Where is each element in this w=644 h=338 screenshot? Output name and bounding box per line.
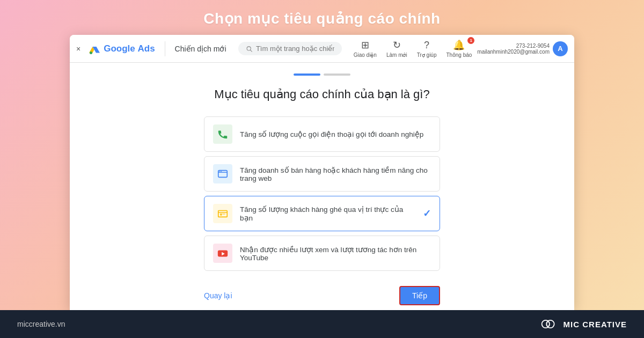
close-icon[interactable]: × [76,45,80,53]
youtube-icon-wrap [213,244,232,263]
avatar[interactable]: A [553,41,568,56]
thongbao-label: Thông báo [447,52,472,58]
web-icon [217,168,229,180]
google-ads-label: Google Ads [104,43,155,54]
toolbar-action-giaodien[interactable]: ⊞ Giao diện [354,39,377,58]
giaodien-label: Giao diện [354,52,377,58]
campaign-label: Chiến dịch mới [175,45,226,53]
youtube-icon [217,247,229,259]
progress-segment-2 [324,74,350,76]
bell-icon: 🔔 [453,39,465,51]
svg-point-0 [90,52,92,54]
page-title-area: Chọn mục tiêu quảng cáo chính [0,0,644,35]
toolbar-divider [165,41,165,56]
footer-brand: MIC CREATIVE [540,318,627,330]
option-youtube[interactable]: Nhận được nhiều lượt xem và lượt tương t… [204,236,440,271]
mic-creative-logo [540,318,559,330]
footer-brand-text: MIC CREATIVE [564,320,627,329]
browser-window: × Google Ads Chiến dịch mới ⊞ [70,35,574,310]
progress-bar [294,74,350,76]
main-content: Mục tiêu quảng cáo chính của bạn là gì? … [70,63,574,310]
web-icon-wrap [213,164,232,183]
option-youtube-text: Nhận được nhiều lượt xem và lượt tương t… [240,245,431,262]
option-web-text: Tăng doanh số bán hàng hoặc khách hàng t… [240,166,431,182]
option-location-check: ✓ [423,208,431,219]
notification-badge: 1 [467,37,474,44]
svg-rect-10 [222,214,225,215]
option-location-text: Tăng số lượng khách hàng ghé qua vị trí … [240,205,415,222]
user-info[interactable]: 273-212-9054 mailanhminh2020@gmail.com A [477,41,568,56]
option-phone-text: Tăng số lượng cuộc gọi điện thoại gọi tớ… [240,130,431,138]
trogiup-label: Trợ giúp [417,52,437,58]
svg-point-5 [219,171,221,172]
phone-icon [217,128,229,140]
lammoi-label: Làm mới [386,52,407,58]
location-icon [217,208,229,219]
question-title: Mục tiêu quảng cáo chính của bạn là gì? [214,87,429,101]
page-title: Chọn mục tiêu quảng cáo chính [0,10,644,27]
progress-segment-1 [294,74,320,76]
toolbar-action-lamm oi[interactable]: ↻ Làm mới [386,39,407,58]
google-ads-logo: Google Ads [88,42,155,55]
toolbar-action-trogiup[interactable]: ? Trợ giúp [417,40,437,58]
refresh-icon: ↻ [393,39,401,51]
user-email: mailanhminh2020@gmail.com [477,49,550,55]
back-button[interactable]: Quay lại [204,291,232,300]
toolbar: × Google Ads Chiến dịch mới ⊞ [70,35,574,63]
svg-line-2 [250,50,252,52]
location-icon-wrap [213,204,232,223]
footer-nav: Quay lại Tiếp [204,286,440,305]
svg-point-6 [221,171,222,172]
option-phone[interactable]: Tăng số lượng cuộc gọi điện thoại gọi tớ… [204,116,440,152]
option-location[interactable]: Tăng số lượng khách hàng ghé qua vị trí … [204,196,440,231]
footer-domain: miccreative.vn [17,320,65,328]
user-email-block: 273-212-9054 mailanhminh2020@gmail.com [477,43,550,55]
bottom-footer: miccreative.vn MIC CREATIVE [0,310,644,338]
svg-rect-9 [220,214,222,216]
google-ads-icon [88,42,101,55]
svg-point-13 [541,320,549,328]
toolbar-action-thongbao[interactable]: 🔔 1 Thông báo [447,39,472,58]
help-icon: ? [424,40,429,51]
user-id: 273-212-9054 [516,43,550,49]
options-list: Tăng số lượng cuộc gọi điện thoại gọi tớ… [204,116,440,271]
toolbar-actions: ⊞ Giao diện ↻ Làm mới ? Trợ giúp 🔔 1 Thô… [354,39,472,58]
phone-icon-wrap [213,124,232,144]
option-web[interactable]: Tăng doanh số bán hàng hoặc khách hàng t… [204,156,440,192]
svg-point-14 [546,320,554,328]
grid-icon: ⊞ [361,39,369,51]
search-bar[interactable] [238,42,342,55]
search-input[interactable] [256,45,334,53]
next-button[interactable]: Tiếp [399,286,440,305]
search-icon [246,45,252,53]
